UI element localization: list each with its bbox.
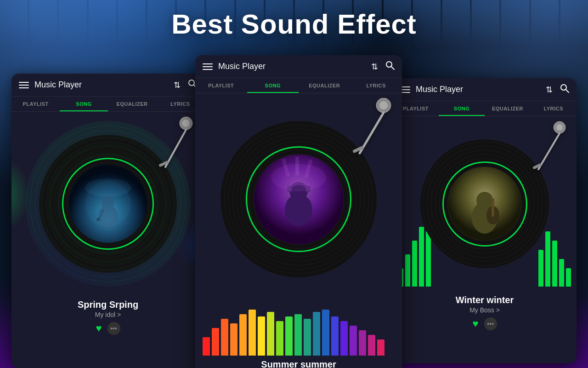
left-sort-icon[interactable]: ⇅ [174, 80, 181, 90]
phone-right: Music Player ⇅ PLAYLIST SONG EQUALIZER L… [393, 78, 577, 363]
svg-line-29 [566, 90, 569, 92]
svg-rect-26 [295, 157, 299, 175]
left-more-button[interactable]: ••• [107, 322, 120, 335]
right-phone-title: Music Player [416, 85, 538, 94]
center-search-icon[interactable] [385, 61, 395, 72]
right-song-info: Winter winter My Boss > [393, 291, 577, 316]
left-tab-playlist[interactable]: PLAYLIST [11, 97, 60, 111]
svg-point-31 [556, 124, 563, 131]
svg-point-4 [98, 205, 118, 230]
left-song-artist: My idol > [19, 311, 197, 318]
svg-point-3 [85, 178, 131, 197]
center-sort-icon[interactable]: ⇅ [371, 62, 378, 72]
svg-line-11 [165, 130, 186, 167]
center-tab-equalizer[interactable]: EQUALIZER [299, 78, 351, 93]
center-tonearm [347, 98, 393, 164]
right-album-art [448, 167, 521, 241]
page-title: Best Sound Effect [0, 8, 588, 40]
svg-point-5 [102, 196, 114, 209]
center-menu-icon[interactable] [203, 63, 213, 70]
center-album-art [254, 155, 344, 244]
svg-line-32 [538, 133, 560, 169]
svg-point-10 [182, 120, 190, 127]
left-song-info: Spring Srping My idol > [11, 296, 204, 320]
right-more-button[interactable]: ••• [484, 317, 497, 330]
svg-line-14 [391, 67, 394, 69]
left-phone-title: Music Player [34, 80, 166, 90]
svg-point-13 [386, 62, 392, 67]
svg-point-7 [96, 218, 100, 221]
right-tab-song[interactable]: SONG [439, 101, 485, 116]
svg-line-6 [99, 210, 103, 220]
svg-rect-38 [492, 198, 494, 217]
left-song-title: Spring Srping [19, 299, 197, 310]
right-search-icon[interactable] [560, 84, 569, 95]
left-heart-button[interactable]: ♥ [96, 322, 102, 334]
right-eq-right [538, 222, 571, 287]
svg-point-16 [379, 101, 388, 109]
svg-point-2 [69, 165, 147, 243]
center-tab-lyrics[interactable]: LYRICS [351, 78, 402, 93]
right-eq-left [398, 222, 431, 287]
center-song-title: Summer summer [203, 359, 395, 368]
right-heart-button[interactable]: ♥ [472, 318, 478, 330]
left-tab-song[interactable]: SONG [60, 97, 108, 111]
center-phone-tabs: PLAYLIST SONG EQUALIZER LYRICS [195, 78, 402, 93]
center-tab-playlist[interactable]: PLAYLIST [195, 78, 247, 93]
right-tonearm [528, 121, 567, 178]
svg-point-28 [561, 85, 566, 90]
right-tab-equalizer[interactable]: EQUALIZER [485, 101, 531, 116]
left-song-actions: ♥ ••• [11, 320, 204, 339]
left-tonearm [154, 116, 195, 178]
right-vinyl-area [393, 116, 577, 291]
phone-left: Music Player ⇅ PLAYLIST SONG EQUALIZER L… [11, 74, 204, 368]
svg-point-36 [476, 192, 493, 208]
center-phone-title: Music Player [218, 62, 364, 71]
phone-center: Music Player ⇅ PLAYLIST SONG EQUALIZER L… [195, 55, 402, 368]
right-song-title: Winter winter [400, 295, 569, 305]
right-song-artist: My Boss > [400, 306, 569, 314]
svg-point-0 [189, 80, 194, 86]
center-phone-header: Music Player ⇅ [195, 55, 402, 78]
phones-container: Music Player ⇅ PLAYLIST SONG EQUALIZER L… [0, 46, 588, 368]
left-tab-equalizer[interactable]: EQUALIZER [108, 97, 156, 111]
right-tab-lyrics[interactable]: LYRICS [531, 101, 577, 116]
svg-point-8 [85, 181, 131, 227]
left-album-art [69, 165, 147, 243]
right-song-actions: ♥ ••• [393, 316, 577, 334]
right-sort-icon[interactable]: ⇅ [546, 85, 553, 95]
center-tab-song[interactable]: SONG [247, 78, 299, 93]
left-menu-icon[interactable] [19, 82, 29, 88]
left-phone-tabs: PLAYLIST SONG EQUALIZER LYRICS [11, 97, 204, 112]
left-phone-header: Music Player ⇅ [11, 74, 204, 97]
right-phone-header: Music Player ⇅ [393, 78, 577, 101]
left-vinyl-area [11, 112, 204, 296]
center-eq-bars [195, 305, 402, 356]
right-phone-tabs: PLAYLIST SONG EQUALIZER LYRICS [393, 101, 577, 116]
center-song-info: Summer summer Jackk > [195, 356, 402, 368]
center-vinyl-area [195, 93, 402, 305]
